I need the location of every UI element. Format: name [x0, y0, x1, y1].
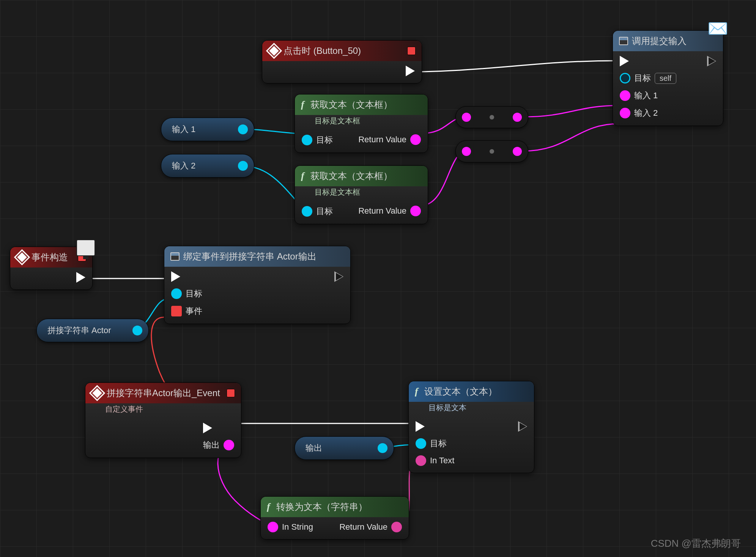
- exec-out[interactable]: [707, 56, 716, 66]
- pin-out[interactable]: [132, 326, 142, 335]
- node-bind-event[interactable]: 绑定事件到拼接字符串 Actor输出 目标 事件: [164, 246, 351, 324]
- pin-in2[interactable]: 输入 2: [620, 107, 676, 119]
- label: 输入 2: [172, 160, 195, 172]
- node-set-text[interactable]: f 设置文本（文本） 目标是文本 目标 In Text: [408, 381, 534, 473]
- label: 输出: [306, 442, 322, 454]
- exec-in[interactable]: [620, 56, 676, 66]
- event-icon: [266, 43, 282, 59]
- title: 获取文本（文本框）: [310, 170, 392, 182]
- subtitle: 目标是文本框: [295, 186, 428, 201]
- pin-delegate[interactable]: 输出: [203, 439, 234, 451]
- exec-out[interactable]: [203, 423, 234, 433]
- reroute-1[interactable]: [455, 106, 528, 128]
- title: 事件构造: [32, 251, 68, 263]
- exec-out[interactable]: [406, 66, 415, 76]
- pin-return[interactable]: Return Value: [358, 134, 421, 145]
- exec-out[interactable]: [518, 421, 527, 432]
- node-custom-event[interactable]: 拼接字符串Actor输出_Event 自定义事件 输出: [85, 382, 241, 458]
- pin-out[interactable]: [238, 124, 248, 134]
- pin-out[interactable]: [238, 161, 248, 171]
- pin-target[interactable]: 目标: [171, 288, 202, 299]
- var-output[interactable]: 输出: [295, 436, 394, 460]
- header: f 获取文本（文本框）: [295, 166, 428, 186]
- pin-in[interactable]: In String: [268, 522, 313, 532]
- title: 拼接字符串Actor输出_Event: [107, 387, 220, 399]
- event-icon: [14, 249, 30, 265]
- title: 调用提交输入: [632, 35, 687, 47]
- function-icon: f: [415, 386, 418, 397]
- window-icon: [170, 252, 180, 261]
- title: 点击时 (Button_50): [284, 45, 361, 57]
- pin-event[interactable]: 事件: [171, 305, 202, 317]
- header: f 设置文本（文本）: [409, 381, 534, 402]
- toggle[interactable]: [227, 389, 235, 397]
- node-get-text-1[interactable]: f 获取文本（文本框） 目标是文本框 目标 Return Value: [295, 94, 428, 153]
- pin-return[interactable]: Return Value: [358, 206, 421, 216]
- node-click-event[interactable]: 点击时 (Button_50): [262, 40, 422, 83]
- window-icon: [619, 37, 628, 45]
- pin-out[interactable]: [378, 443, 387, 453]
- pin-target[interactable]: 目标self: [620, 72, 676, 84]
- reroute-2[interactable]: [455, 140, 528, 162]
- exec-out[interactable]: [334, 271, 343, 282]
- pin-target[interactable]: 目标: [302, 206, 333, 217]
- header: f 获取文本（文本框）: [295, 94, 428, 115]
- exec-in[interactable]: [171, 271, 202, 282]
- header: f 转换为文本（字符串）: [261, 497, 409, 517]
- var-concat-actor[interactable]: 拼接字符串 Actor: [36, 319, 149, 342]
- watermark: CSDN @雷杰弗朗哥: [651, 537, 741, 550]
- var-input-2[interactable]: 输入 2: [161, 154, 254, 178]
- pin-target[interactable]: 目标: [302, 134, 333, 146]
- title: 转换为文本（字符串）: [276, 501, 367, 513]
- node-get-text-2[interactable]: f 获取文本（文本框） 目标是文本框 目标 Return Value: [295, 165, 428, 224]
- pin-target[interactable]: 目标: [416, 438, 454, 449]
- title: 获取文本（文本框）: [310, 99, 392, 111]
- title: 设置文本（文本）: [424, 385, 497, 398]
- pin-in1[interactable]: 输入 1: [620, 90, 676, 101]
- function-icon: f: [301, 170, 304, 182]
- subtitle: 目标是文本: [409, 402, 534, 417]
- monitor-icon: [76, 239, 95, 256]
- header: 调用提交输入: [613, 31, 723, 51]
- header: 绑定事件到拼接字符串 Actor输出: [164, 246, 350, 267]
- label: 拼接字符串 Actor: [47, 325, 111, 336]
- pin-return[interactable]: Return Value: [339, 522, 402, 532]
- exec-out[interactable]: [76, 272, 85, 283]
- envelope-icon: ✉️: [707, 19, 728, 38]
- header: 拼接字符串Actor输出_Event: [85, 383, 241, 403]
- node-event-construct[interactable]: 事件构造: [10, 247, 93, 290]
- exec-in[interactable]: [416, 421, 454, 432]
- title: 绑定事件到拼接字符串 Actor输出: [183, 250, 317, 263]
- function-icon: f: [301, 99, 304, 110]
- node-call-submit[interactable]: ✉️ 调用提交输入 目标self 输入 1 输入 2: [613, 30, 723, 126]
- node-to-text[interactable]: f 转换为文本（字符串） In String Return Value: [260, 496, 409, 540]
- subtitle: 自定义事件: [85, 403, 241, 418]
- label: 输入 1: [172, 124, 195, 135]
- var-input-1[interactable]: 输入 1: [161, 118, 254, 141]
- event-icon: [89, 385, 105, 401]
- toggle[interactable]: [407, 47, 416, 55]
- pin-intext[interactable]: In Text: [416, 455, 454, 466]
- function-icon: f: [267, 501, 270, 513]
- subtitle: 目标是文本框: [295, 115, 428, 130]
- header: 点击时 (Button_50): [262, 41, 422, 61]
